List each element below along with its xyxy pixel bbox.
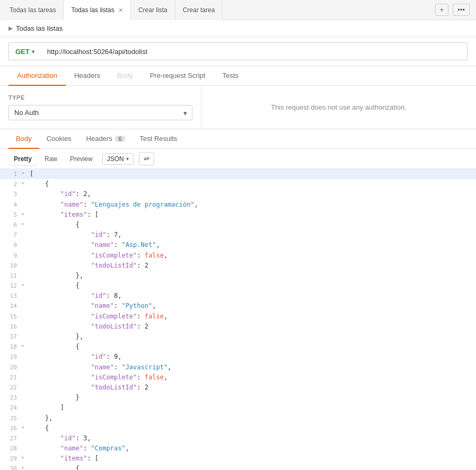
code-line: 23 }: [0, 393, 476, 403]
response-tab-body[interactable]: Body: [8, 129, 39, 149]
tab-label: Crear lista: [138, 6, 168, 14]
code-line: 15 "isComplete": false,: [0, 312, 476, 322]
sub-tab-tests[interactable]: Tests: [214, 66, 246, 86]
fold-icon[interactable]: ▾: [21, 342, 29, 350]
fold-icon[interactable]: ▾: [21, 464, 29, 470]
line-number: 18: [0, 342, 21, 352]
line-number: 22: [0, 383, 21, 393]
response-tab-headers[interactable]: Headers 6: [79, 129, 133, 149]
wrap-icon: ⇌: [144, 155, 149, 163]
fold-icon[interactable]: ▾: [21, 179, 29, 188]
format-label: JSON: [107, 155, 124, 163]
code-content: }: [29, 393, 476, 403]
line-number: 3: [0, 189, 21, 199]
code-content: {: [29, 179, 476, 189]
line-number: 20: [0, 362, 21, 373]
url-input[interactable]: [41, 42, 468, 60]
sub-tab-label: Body: [117, 72, 133, 79]
more-tabs-button[interactable]: •••: [453, 4, 470, 16]
sub-tab-label: Tests: [222, 72, 238, 79]
code-content: "items": [: [29, 454, 476, 464]
tab-todas-listas[interactable]: Todas las listas ×: [64, 0, 131, 20]
code-view: 1▾[2▾ {3 "id": 2,4 "name": "Lenguajes de…: [0, 169, 476, 470]
fold-icon[interactable]: ▾: [21, 220, 29, 228]
line-number: 27: [0, 433, 21, 444]
code-line: 10 "todoListId": 2: [0, 261, 476, 271]
fold-icon[interactable]: ▾: [21, 423, 29, 432]
code-line: 5▾ "items": [: [0, 210, 476, 220]
code-line: 24 ]: [0, 403, 476, 413]
code-content: "isComplete": false,: [29, 251, 476, 261]
code-line: 30▾ {: [0, 464, 476, 470]
code-content: {: [29, 342, 476, 352]
code-line: 26▾ {: [0, 423, 476, 433]
code-line: 29▾ "items": [: [0, 454, 476, 464]
line-number: 30: [0, 464, 21, 470]
tab-label: Todas las tareas: [10, 6, 56, 14]
code-line: 12▾ {: [0, 281, 476, 291]
response-tab-test-results[interactable]: Test Results: [133, 129, 185, 149]
fold-icon[interactable]: ▾: [21, 169, 29, 178]
tab-bar: Todas las tareas Todas las listas × Crea…: [0, 0, 476, 20]
format-select[interactable]: JSON ▾: [102, 153, 134, 165]
code-line: 2▾ {: [0, 179, 476, 189]
code-content: "items": [: [29, 210, 476, 220]
response-tab-label: Test Results: [140, 135, 178, 143]
code-content: },: [29, 332, 476, 342]
line-number: 23: [0, 393, 21, 403]
tab-todas-tareas[interactable]: Todas las tareas: [2, 0, 64, 20]
code-line: 25 },: [0, 413, 476, 423]
code-line: 19 "id": 9,: [0, 352, 476, 362]
sub-tab-pre-request-script[interactable]: Pre-request Script: [142, 66, 214, 86]
tab-label: Todas las listas: [71, 6, 114, 14]
headers-badge: 6: [115, 136, 125, 142]
pretty-button[interactable]: Pretty: [8, 153, 37, 165]
code-line: 14 "name": "Python",: [0, 301, 476, 311]
request-bar: GET ▾: [0, 37, 476, 66]
code-line: 18▾ {: [0, 342, 476, 352]
sub-tab-label: Authorization: [17, 72, 57, 79]
code-content: "todoListId": 2: [29, 261, 476, 271]
line-number: 24: [0, 403, 21, 413]
code-line: 20 "name": "Javascript",: [0, 362, 476, 373]
line-number: 7: [0, 230, 21, 240]
breadcrumb: ▶ Todas las listas: [0, 20, 476, 37]
breadcrumb-text: Todas las listas: [16, 24, 63, 32]
auth-type-select[interactable]: No Auth Bearer Token Basic Auth API Key …: [8, 105, 192, 120]
tab-actions: + •••: [435, 4, 474, 16]
code-line: 9 "isComplete": false,: [0, 251, 476, 261]
code-line: 21 "isComplete": false,: [0, 373, 476, 383]
method-button[interactable]: GET ▾: [8, 42, 41, 60]
code-content: "id": 2,: [29, 189, 476, 199]
line-number: 9: [0, 251, 21, 261]
code-content: {: [29, 423, 476, 433]
wrap-button[interactable]: ⇌: [139, 152, 154, 165]
auth-right-panel: This request does not use any authorizat…: [201, 86, 476, 129]
raw-button[interactable]: Raw: [39, 153, 63, 165]
code-content: "name": "Asp.Net",: [29, 240, 476, 250]
line-number: 15: [0, 312, 21, 322]
line-number: 17: [0, 332, 21, 342]
auth-select-wrapper: No Auth Bearer Token Basic Auth API Key …: [8, 105, 192, 120]
sub-tab-label: Headers: [74, 72, 100, 79]
sub-tab-authorization[interactable]: Authorization: [8, 66, 66, 86]
sub-tab-body[interactable]: Body: [109, 66, 142, 86]
sub-tab-headers[interactable]: Headers: [66, 66, 109, 86]
format-bar: Pretty Raw Preview JSON ▾ ⇌: [0, 149, 476, 169]
tab-crear-lista[interactable]: Crear lista: [131, 0, 175, 20]
add-tab-button[interactable]: +: [435, 4, 449, 16]
auth-type-label: TYPE: [8, 94, 192, 101]
close-tab-icon[interactable]: ×: [119, 6, 123, 14]
fold-icon[interactable]: ▾: [21, 281, 29, 289]
fold-icon[interactable]: ▾: [21, 210, 29, 218]
tab-crear-tarea[interactable]: Crear tarea: [175, 0, 223, 20]
code-content: },: [29, 271, 476, 281]
tab-label: Crear tarea: [183, 6, 215, 14]
preview-button[interactable]: Preview: [65, 153, 98, 165]
fold-icon[interactable]: ▾: [21, 454, 29, 462]
code-content: "name": "Python",: [29, 301, 476, 311]
auth-left-panel: TYPE No Auth Bearer Token Basic Auth API…: [0, 86, 201, 129]
code-line: 22 "todoListId": 2: [0, 383, 476, 393]
line-number: 11: [0, 271, 21, 281]
response-tab-cookies[interactable]: Cookies: [39, 129, 79, 149]
